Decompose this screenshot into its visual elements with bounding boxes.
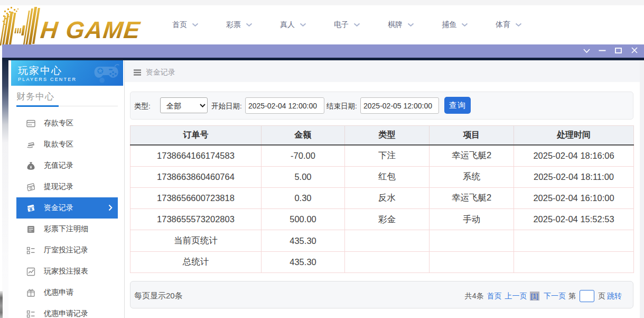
svg-text:H GAME: H GAME (39, 16, 142, 43)
